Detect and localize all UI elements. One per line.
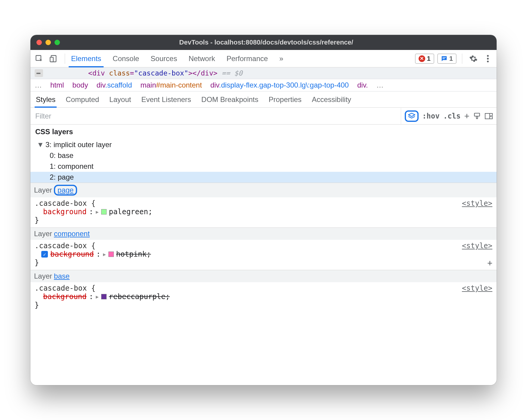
layer-label: Layer (34, 230, 52, 238)
layer-link[interactable]: component (54, 230, 90, 238)
layer-label: Layer (34, 186, 52, 194)
styles-subtabs: Styles Computed Layout Event Listeners D… (30, 91, 497, 108)
panel-tabs: Elements Console Sources Network Perform… (70, 50, 284, 67)
expand-shorthand-icon[interactable]: ▶ (96, 294, 99, 300)
subtab-computed[interactable]: Computed (66, 91, 99, 107)
rule-source-link[interactable]: <style> (462, 199, 492, 208)
add-property-icon[interactable]: + (487, 258, 492, 268)
tab-elements[interactable]: Elements (70, 50, 102, 67)
cls-toggle[interactable]: .cls (443, 112, 461, 120)
expand-shorthand-icon[interactable]: ▶ (103, 252, 106, 257)
color-swatch[interactable] (101, 294, 107, 299)
css-layers-tree: ▼ 3: implicit outer layer 0: base 1: com… (30, 139, 497, 183)
layer-tree-root[interactable]: ▼ 3: implicit outer layer (30, 139, 497, 150)
tab-performance[interactable]: Performance (226, 50, 268, 67)
style-rule-block: Layer page<style>.cascade-box {backgroun… (30, 183, 497, 227)
disclosure-triangle-icon[interactable]: ▼ (38, 141, 43, 149)
css-declaration[interactable]: background:▶palegreen; (35, 208, 492, 216)
paint-brush-icon[interactable] (473, 112, 481, 120)
subtab-properties[interactable]: Properties (269, 91, 301, 107)
rule-source-link[interactable]: <style> (462, 284, 492, 292)
expand-shorthand-icon[interactable]: ▶ (96, 209, 99, 215)
layer-tree-label: 3: implicit outer layer (45, 141, 112, 149)
property-value[interactable]: hotpink; (116, 250, 151, 258)
new-style-rule-icon[interactable]: + (464, 111, 469, 121)
dom-tag: <div (88, 69, 105, 77)
breadcrumb-item[interactable]: div.scaffold (96, 81, 132, 89)
breadcrumb-overflow-right[interactable]: … (376, 81, 384, 89)
subtab-styles[interactable]: Styles (36, 91, 55, 107)
layer-header: Layer component (30, 228, 497, 240)
layer-tree-label: 1: component (50, 162, 93, 171)
layer-tree-label: 2: page (50, 173, 74, 181)
settings-icon[interactable] (468, 53, 479, 64)
minimize-window-button[interactable] (45, 40, 51, 45)
inspect-element-icon[interactable] (33, 53, 45, 64)
tabs-overflow[interactable]: » (279, 50, 284, 67)
property-value[interactable]: rebeccapurple; (109, 292, 170, 301)
svg-rect-8 (474, 113, 479, 116)
svg-point-6 (487, 58, 489, 60)
subtab-event-listeners[interactable]: Event Listeners (141, 91, 191, 107)
more-options-icon[interactable] (482, 53, 494, 64)
dom-attr-value: "cascade-box" (134, 69, 188, 77)
window-controls (36, 40, 60, 45)
breadcrumb-item[interactable]: div. (357, 81, 368, 89)
color-swatch[interactable] (108, 252, 114, 257)
tab-network[interactable]: Network (188, 50, 216, 67)
rule-selector[interactable]: .cascade-box { (35, 199, 492, 208)
layer-tree-item[interactable]: 1: component (30, 161, 497, 172)
property-value[interactable]: palegreen; (109, 208, 153, 216)
messages-badge[interactable]: 1 (437, 54, 457, 64)
property-name[interactable]: background (43, 292, 87, 301)
device-toolbar-icon[interactable] (48, 53, 59, 64)
css-rule[interactable]: <style>.cascade-box {background:▶rebecca… (30, 282, 497, 312)
layer-link[interactable]: page (54, 185, 77, 196)
computed-sidebar-toggle-icon[interactable] (485, 112, 493, 120)
tab-console[interactable]: Console (112, 50, 140, 67)
property-name[interactable]: background (43, 208, 87, 216)
css-rule[interactable]: <style>.cascade-box {background:▶palegre… (30, 197, 497, 227)
color-swatch[interactable] (101, 209, 107, 215)
subtab-layout[interactable]: Layout (109, 91, 131, 107)
errors-badge[interactable]: ✕ 1 (415, 54, 434, 64)
svg-rect-4 (442, 58, 444, 59)
svg-point-5 (487, 55, 489, 57)
property-name[interactable]: background (50, 250, 94, 258)
rule-source-link[interactable]: <style> (462, 242, 492, 250)
subtab-accessibility[interactable]: Accessibility (312, 91, 351, 107)
svg-rect-2 (50, 57, 53, 62)
layer-tree-item-selected[interactable]: 2: page (30, 172, 497, 183)
breadcrumb-item[interactable]: body (72, 81, 88, 89)
layer-link[interactable]: base (54, 272, 70, 280)
hov-toggle[interactable]: :hov (422, 112, 440, 120)
layer-header: Layer page (30, 183, 497, 197)
css-layers-heading: CSS layers (30, 125, 497, 139)
property-enable-checkbox[interactable]: ✓ (41, 251, 48, 258)
dom-attr-name: class (109, 69, 130, 77)
subtab-dom-breakpoints[interactable]: DOM Breakpoints (201, 91, 258, 107)
main-toolbar: Elements Console Sources Network Perform… (30, 50, 497, 67)
layer-tree-item[interactable]: 0: base (30, 150, 497, 161)
breadcrumb-item[interactable]: html (50, 81, 64, 89)
breadcrumb-item[interactable]: div.display-flex.gap-top-300.lg\:gap-top… (210, 81, 349, 89)
tab-sources[interactable]: Sources (150, 50, 178, 67)
toolbar-divider (462, 54, 462, 64)
close-window-button[interactable] (36, 40, 42, 45)
rule-selector[interactable]: .cascade-box { (35, 242, 492, 250)
styles-toolbar: Filter :hov .cls + (30, 108, 497, 125)
css-rule[interactable]: <style>+.cascade-box {✓background:▶hotpi… (30, 240, 497, 270)
css-declaration[interactable]: ✓background:▶hotpink; (35, 250, 492, 258)
breadcrumb-item[interactable]: main#main-content (140, 81, 202, 89)
maximize-window-button[interactable] (55, 40, 60, 45)
toggle-css-layers-icon[interactable] (405, 110, 419, 122)
style-rule-block: Layer component<style>+.cascade-box {✓ba… (30, 227, 497, 270)
dom-expand-icon[interactable]: ⋯ (35, 69, 43, 77)
rule-selector[interactable]: .cascade-box { (35, 284, 492, 292)
breadcrumb: … html body div.scaffold main#main-conte… (30, 79, 497, 91)
css-declaration[interactable]: background:▶rebeccapurple; (35, 292, 492, 301)
filter-input[interactable]: Filter (30, 108, 401, 124)
breadcrumb-overflow-left[interactable]: … (35, 81, 42, 89)
selected-dom-node[interactable]: ⋯ <div class="cascade-box"></div> == $0 (30, 67, 497, 79)
dom-tag-close: ></div> (188, 69, 217, 77)
